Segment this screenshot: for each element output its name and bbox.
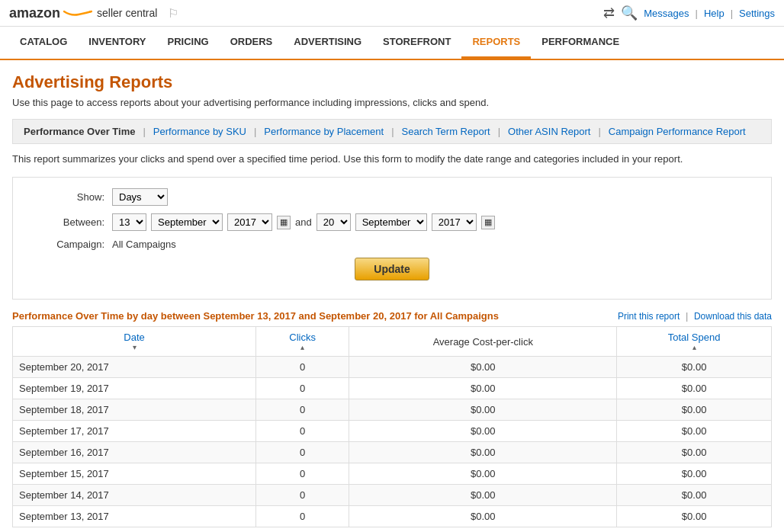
cell-total-spend: $0.00 [617,463,772,485]
clicks-sort-arrow: ▴ [262,343,342,351]
nav-item-orders[interactable]: ORDERS [220,27,284,59]
search-icon[interactable]: 🔍 [621,5,638,21]
nav-link-performance[interactable]: PERFORMANCE [531,27,630,56]
nav-item-pricing[interactable]: PRICING [156,27,219,59]
clicks-sort-link[interactable]: Clicks [289,332,316,343]
content: Advertising Reports Use this page to acc… [0,60,784,532]
table-row: September 14, 2017 0 $0.00 $0.00 [13,485,772,506]
campaign-row: Campaign: All Campaigns [28,239,756,250]
campaign-label: Campaign: [28,239,104,250]
nav-link-catalog[interactable]: CATALOG [9,27,78,56]
page-title: Advertising Reports [12,72,772,92]
cell-clicks: 0 [256,506,349,527]
between-label: Between: [28,216,104,228]
cell-avg-cpc: $0.00 [349,399,617,421]
nav-item-storefront[interactable]: STOREFRONT [372,27,461,59]
cell-clicks: 0 [256,421,349,442]
logo-amazon-text: amazon [9,5,60,21]
from-calendar-icon[interactable]: ▦ [277,216,291,229]
col-header-clicks[interactable]: Clicks ▴ [256,327,349,357]
cell-total-spend: $0.00 [617,506,772,527]
sep2: | [731,8,733,19]
date-sort-link[interactable]: Date [124,332,144,343]
cell-date: September 19, 2017 [13,378,256,399]
download-data-link[interactable]: Download this data [694,311,772,322]
top-bar: amazon seller central ⚐ ⇄ 🔍 Messages | H… [0,0,784,27]
nav-link-orders[interactable]: ORDERS [220,27,284,56]
to-calendar-icon[interactable]: ▦ [481,216,495,229]
nav-link-inventory[interactable]: INVENTORY [78,27,156,56]
settings-sliders-icon[interactable]: ⇄ [603,5,615,21]
tab-sep-5: | [598,126,600,137]
cell-date: September 17, 2017 [13,421,256,442]
from-year-select[interactable]: 2015201620172018 [227,213,272,231]
settings-link[interactable]: Settings [739,8,775,19]
from-month-select[interactable]: JanuaryFebruaryMarchApril MayJuneJulyAug… [151,213,223,231]
cell-total-spend: $0.00 [617,357,772,378]
to-year-select[interactable]: 2015201620172018 [432,213,477,231]
tab-search-term-report[interactable]: Search Term Report [399,124,493,139]
to-month-select[interactable]: JanuaryFebruaryMarchApril MayJuneJulyAug… [355,213,427,231]
tab-performance-over-time[interactable]: Performance Over Time [21,124,138,139]
data-table: Date ▾ Clicks ▴ Average Cost-per-click T… [12,326,772,527]
nav-link-pricing[interactable]: PRICING [156,27,219,56]
cell-clicks: 0 [256,485,349,506]
amazon-logo: amazon [9,5,92,21]
cell-avg-cpc: $0.00 [349,463,617,485]
tab-performance-by-placement[interactable]: Performance by Placement [261,124,387,139]
messages-link[interactable]: Messages [644,8,689,19]
cell-date: September 16, 2017 [13,442,256,463]
show-label: Show: [28,191,104,203]
amazon-smile [63,10,92,16]
to-day-select[interactable]: 12345 678910 1112131415 1617181920 21222… [316,213,351,231]
tab-sep-3: | [391,126,394,137]
between-row: Between: 13 12345 678910 1112141516 1718… [28,213,756,231]
show-row: Show: Days Weeks Months [28,188,756,206]
tab-performance-by-sku[interactable]: Performance by SKU [150,124,249,139]
col-header-date[interactable]: Date ▾ [13,327,256,357]
page-subtitle: Use this page to access reports about yo… [12,97,772,108]
between-control: 13 12345 678910 1112141516 1718192021 22… [112,213,495,231]
and-text: and [295,216,312,228]
top-right-actions: ⇄ 🔍 Messages | Help | Settings [603,5,775,21]
nav-link-storefront[interactable]: STOREFRONT [372,27,461,56]
tab-sep-1: | [143,126,145,137]
nav-item-reports[interactable]: REPORTS [461,27,531,59]
cell-total-spend: $0.00 [617,442,772,463]
cell-avg-cpc: $0.00 [349,485,617,506]
from-day-select[interactable]: 13 12345 678910 1112141516 1718192021 22… [112,213,146,231]
cell-date: September 15, 2017 [13,463,256,485]
cell-date: September 20, 2017 [13,357,256,378]
nav-item-inventory[interactable]: INVENTORY [78,27,156,59]
tab-other-asin-report[interactable]: Other ASIN Report [505,124,593,139]
nav-item-catalog[interactable]: CATALOG [9,27,78,59]
logo: amazon seller central ⚐ [9,5,178,21]
table-row: September 19, 2017 0 $0.00 $0.00 [13,378,772,399]
cell-clicks: 0 [256,357,349,378]
cell-total-spend: $0.00 [617,485,772,506]
tab-campaign-performance-report[interactable]: Campaign Performance Report [606,124,749,139]
print-report-link[interactable]: Print this report [618,311,680,322]
nav-link-reports[interactable]: REPORTS [461,27,531,59]
update-btn-row: Update [28,258,756,280]
update-button[interactable]: Update [355,258,429,280]
col-header-total-spend[interactable]: Total Spend ▴ [617,327,772,357]
main-nav: CATALOG INVENTORY PRICING ORDERS ADVERTI… [0,27,784,60]
table-row: September 17, 2017 0 $0.00 $0.00 [13,421,772,442]
cell-clicks: 0 [256,378,349,399]
table-row: September 20, 2017 0 $0.00 $0.00 [13,357,772,378]
total-spend-sort-link[interactable]: Total Spend [668,332,721,343]
report-form: Show: Days Weeks Months Between: 13 1234… [12,177,772,300]
report-description: This report summarizes your clicks and s… [12,153,772,165]
help-link[interactable]: Help [704,8,725,19]
nav-link-advertising[interactable]: ADVERTISING [283,27,372,56]
actions-sep: | [686,310,688,322]
cell-total-spend: $0.00 [617,378,772,399]
nav-item-advertising[interactable]: ADVERTISING [283,27,372,59]
nav-item-performance[interactable]: PERFORMANCE [531,27,630,59]
show-control: Days Weeks Months [112,188,168,206]
show-select[interactable]: Days Weeks Months [112,188,168,206]
cell-clicks: 0 [256,463,349,485]
cell-avg-cpc: $0.00 [349,442,617,463]
cell-total-spend: $0.00 [617,421,772,442]
